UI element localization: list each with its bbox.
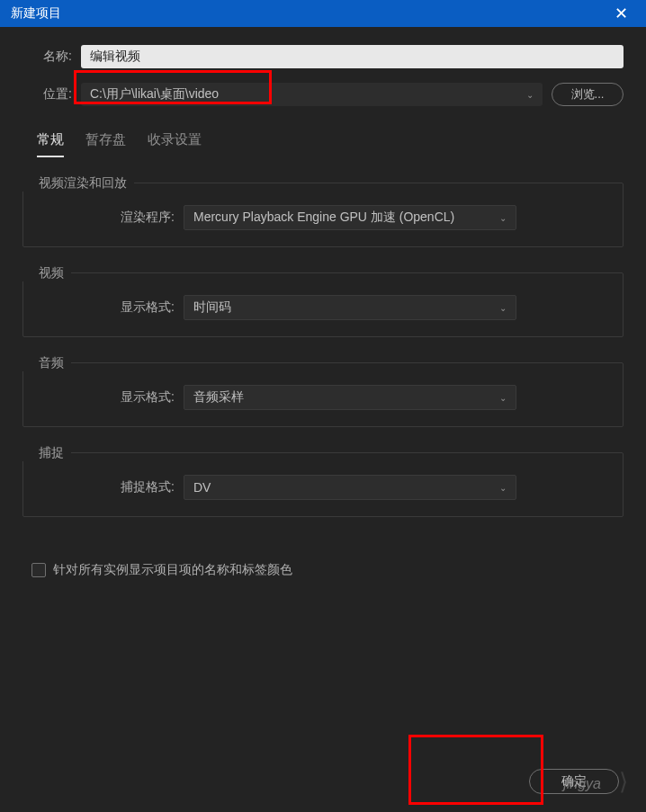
renderer-label: 渲染程序: <box>40 210 175 226</box>
show-names-checkbox[interactable] <box>31 563 46 577</box>
highlight-confirm-button <box>408 735 543 805</box>
section-capture: 捕捉 捕捉格式: DV ⌄ <box>22 445 624 517</box>
section-audio: 音频 显示格式: 音频采样 ⌄ <box>22 355 624 427</box>
renderer-value: Mercury Playback Engine GPU 加速 (OpenCL) <box>193 210 454 226</box>
section-video-render: 视频渲染和回放 渲染程序: Mercury Playback Engine GP… <box>22 175 624 247</box>
watermark-arc-icon: ⟩ <box>619 768 628 796</box>
section-audio-title: 音频 <box>22 355 71 371</box>
titlebar: 新建项目 ✕ <box>0 0 646 27</box>
capture-format-dropdown[interactable]: DV ⌄ <box>184 475 516 500</box>
name-label: 名称: <box>22 49 72 65</box>
tab-general[interactable]: 常规 <box>37 128 64 157</box>
location-label: 位置: <box>22 86 72 103</box>
watermark: jingya <box>563 776 601 792</box>
close-icon[interactable]: ✕ <box>607 0 635 27</box>
checkbox-row: 针对所有实例显示项目项的名称和标签颜色 <box>31 562 624 578</box>
dialog-content: 名称: 位置: C:\用户\likai\桌面\video ⌄ 浏览... 常规 … <box>0 27 646 812</box>
section-video-title: 视频 <box>22 265 71 281</box>
audio-format-dropdown[interactable]: 音频采样 ⌄ <box>184 385 516 410</box>
section-video-render-title: 视频渲染和回放 <box>22 175 134 192</box>
chevron-down-icon: ⌄ <box>499 483 507 493</box>
name-row: 名称: <box>22 45 624 68</box>
video-format-value: 时间码 <box>193 299 231 316</box>
section-capture-title: 捕捉 <box>22 445 71 461</box>
renderer-dropdown[interactable]: Mercury Playback Engine GPU 加速 (OpenCL) … <box>184 205 516 230</box>
video-format-dropdown[interactable]: 时间码 ⌄ <box>184 295 516 320</box>
location-dropdown[interactable]: C:\用户\likai\桌面\video ⌄ <box>81 83 543 106</box>
audio-format-label: 显示格式: <box>40 389 175 406</box>
section-video: 视频 显示格式: 时间码 ⌄ <box>22 265 624 337</box>
chevron-down-icon: ⌄ <box>526 90 534 100</box>
capture-format-value: DV <box>193 480 211 495</box>
chevron-down-icon: ⌄ <box>499 393 507 403</box>
name-input[interactable] <box>81 45 624 68</box>
location-value: C:\用户\likai\桌面\video <box>90 86 219 103</box>
audio-format-value: 音频采样 <box>193 389 244 406</box>
tab-scratch[interactable]: 暂存盘 <box>85 128 126 157</box>
location-row: 位置: C:\用户\likai\桌面\video ⌄ 浏览... <box>22 83 624 106</box>
chevron-down-icon: ⌄ <box>499 303 507 313</box>
window-title: 新建项目 <box>11 5 61 22</box>
browse-button[interactable]: 浏览... <box>552 83 624 106</box>
tabs-container: 常规 暂存盘 收录设置 <box>37 128 624 157</box>
tab-ingest[interactable]: 收录设置 <box>148 128 202 157</box>
checkbox-label: 针对所有实例显示项目项的名称和标签颜色 <box>53 562 292 578</box>
chevron-down-icon: ⌄ <box>499 213 507 223</box>
capture-format-label: 捕捉格式: <box>40 479 175 495</box>
video-format-label: 显示格式: <box>40 299 175 316</box>
